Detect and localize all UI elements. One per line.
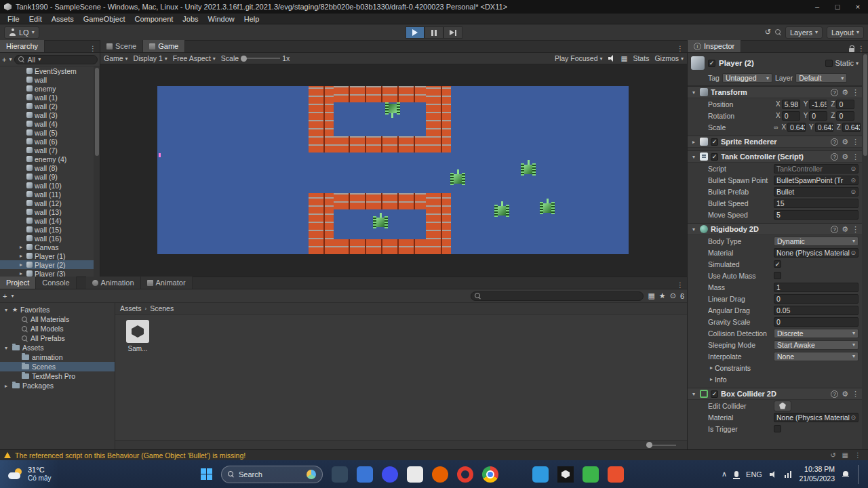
foldout-icon[interactable]: ▸ xyxy=(18,253,24,259)
inspector-foldout-label[interactable]: Info xyxy=(715,375,727,384)
component-enabled-checkbox[interactable] xyxy=(711,390,718,398)
component-enabled-checkbox[interactable] xyxy=(711,138,718,146)
hierarchy-item[interactable]: enemy xyxy=(0,84,100,93)
preset-icon[interactable]: ⚙ xyxy=(842,138,848,146)
hierarchy-item[interactable]: wall (2) xyxy=(0,102,100,110)
project-tree-item[interactable]: animation xyxy=(0,352,115,362)
menu-jobs[interactable]: Jobs xyxy=(178,15,203,23)
kebab-menu-icon[interactable]: ⋮ xyxy=(854,45,868,52)
hierarchy-scrollbar[interactable] xyxy=(94,66,100,277)
add-asset-button[interactable]: + xyxy=(3,292,7,300)
text-field[interactable]: 5 xyxy=(774,210,859,220)
hierarchy-item[interactable]: wall (13) xyxy=(0,207,100,216)
text-field[interactable]: 0 xyxy=(774,317,859,327)
text-field[interactable]: 15 xyxy=(774,199,859,208)
hierarchy-item[interactable]: wall (8) xyxy=(0,163,100,172)
display-dropdown[interactable]: Display 1 ▾ xyxy=(134,54,167,62)
checkbox[interactable] xyxy=(774,260,781,268)
history-icon[interactable]: ↺ xyxy=(765,28,771,37)
foldout-icon[interactable]: ▸ xyxy=(18,262,24,268)
hierarchy-item[interactable]: wall (7) xyxy=(0,146,100,155)
text-field[interactable]: 0 xyxy=(774,294,859,304)
static-checkbox[interactable] xyxy=(825,60,833,67)
chat-app-icon[interactable] xyxy=(357,466,373,483)
weather-widget[interactable]: 31°C Có mây xyxy=(0,460,59,488)
hierarchy-item[interactable]: wall (12) xyxy=(0,199,100,207)
notepad-app-icon[interactable] xyxy=(407,466,423,483)
object-field[interactable]: None (Physics Material⊙ xyxy=(774,413,859,422)
foldout-icon[interactable]: ▾ xyxy=(690,89,697,96)
vsync-grid-icon[interactable]: ▦ xyxy=(621,54,628,62)
show-desktop-button[interactable] xyxy=(858,465,860,484)
edit-collider-button[interactable] xyxy=(774,401,791,411)
start-button[interactable] xyxy=(201,468,212,480)
vector-field[interactable]: 0.642 xyxy=(842,123,861,132)
project-search-input[interactable] xyxy=(471,291,644,301)
tab-console[interactable]: Console xyxy=(36,277,76,289)
object-field[interactable]: TankController⊙ xyxy=(774,164,859,174)
gizmos-dropdown[interactable]: Gizmos ▾ xyxy=(654,54,684,62)
search-icon[interactable] xyxy=(775,29,781,35)
hierarchy-item[interactable]: wall (16) xyxy=(0,234,100,243)
component-enabled-checkbox[interactable] xyxy=(711,153,718,161)
tab-game[interactable]: Game xyxy=(143,40,185,52)
menu-component[interactable]: Component xyxy=(130,15,178,23)
dropdown-field[interactable]: Start Awake▾ xyxy=(774,340,859,350)
foldout-icon[interactable]: ▾ xyxy=(690,391,697,397)
kebab-menu-icon[interactable]: ⋮ xyxy=(673,281,687,289)
foldout-icon[interactable]: ▸ xyxy=(18,270,24,277)
foldout-icon[interactable]: ▾ xyxy=(690,226,697,232)
object-picker-icon[interactable]: ⊙ xyxy=(850,249,856,256)
component-header-transform[interactable]: ▾Transform?⚙⋮ xyxy=(688,86,862,98)
hierarchy-item[interactable]: wall (14) xyxy=(0,216,100,225)
microphone-icon[interactable] xyxy=(734,471,738,477)
aspect-ratio-dropdown[interactable]: Free Aspect ▾ xyxy=(173,54,216,62)
vector-field[interactable]: 0 xyxy=(782,111,800,121)
component-header-rigidbody-2d[interactable]: ▾Rigidbody 2D?⚙⋮ xyxy=(688,223,862,235)
project-tree-item[interactable]: ▾★Favorites xyxy=(0,305,115,314)
icon-size-slider[interactable] xyxy=(646,445,676,446)
taskbar-search[interactable]: Search xyxy=(221,466,323,483)
progress-icon[interactable]: ↺ xyxy=(830,451,835,459)
settings-app-icon[interactable] xyxy=(507,466,524,483)
grid-icon[interactable]: ▦ xyxy=(842,451,848,459)
vector-field[interactable]: 0.642 xyxy=(815,123,833,132)
hierarchy-item[interactable]: wall (11) xyxy=(0,190,100,199)
help-icon[interactable]: ? xyxy=(831,89,838,96)
close-button[interactable]: × xyxy=(848,0,868,14)
clock[interactable]: 10:38 PM 21/05/2023 xyxy=(799,465,835,483)
tab-project[interactable]: Project xyxy=(0,277,36,289)
chrome-app-icon[interactable] xyxy=(482,466,498,483)
opera-app-icon[interactable] xyxy=(457,466,473,483)
unity-hub-app-icon[interactable] xyxy=(557,466,574,483)
dropdown-field[interactable]: Discrete▾ xyxy=(774,329,859,338)
firefox-app-icon[interactable] xyxy=(432,466,448,483)
menu-assets[interactable]: Assets xyxy=(47,15,79,23)
layer-dropdown[interactable]: Default ▾ xyxy=(795,73,847,83)
preset-icon[interactable]: ⚙ xyxy=(842,88,848,97)
tab-scene[interactable]: Scene xyxy=(100,40,143,52)
object-picker-icon[interactable]: ⊙ xyxy=(850,414,856,421)
object-field[interactable]: BulletSpawnPoint (Tr⊙ xyxy=(774,176,859,185)
menu-icon[interactable]: ⋮ xyxy=(854,451,861,459)
status-bar[interactable]: The referenced script on this Behaviour … xyxy=(0,449,868,460)
object-picker-icon[interactable]: ⊙ xyxy=(850,177,856,184)
hierarchy-item[interactable]: EventSystem xyxy=(0,66,100,75)
play-focused-dropdown[interactable]: Play Focused ▾ xyxy=(555,54,603,62)
menu-file[interactable]: File xyxy=(3,15,24,23)
kebab-menu-icon[interactable]: ⋮ xyxy=(86,45,100,52)
hierarchy-item[interactable]: wall (3) xyxy=(0,110,100,119)
gameobject-name[interactable]: Player (2) xyxy=(719,59,822,67)
object-field[interactable]: None (Physics Material⊙ xyxy=(774,248,859,258)
breadcrumb-segment[interactable]: Assets xyxy=(120,304,142,312)
kebab-menu-icon[interactable]: ⋮ xyxy=(852,152,859,161)
tab-hierarchy[interactable]: Hierarchy xyxy=(0,40,45,52)
foldout-icon[interactable]: ▸ xyxy=(3,383,9,389)
layers-dropdown[interactable]: Layers ▾ xyxy=(785,26,823,39)
tab-animation[interactable]: Animation xyxy=(86,277,141,289)
object-picker-icon[interactable]: ⊙ xyxy=(850,188,856,195)
language-indicator[interactable]: ENG xyxy=(746,470,762,479)
minimize-button[interactable]: – xyxy=(807,0,827,14)
vector-field[interactable]: 0 xyxy=(836,111,854,121)
help-icon[interactable]: ? xyxy=(831,390,838,398)
